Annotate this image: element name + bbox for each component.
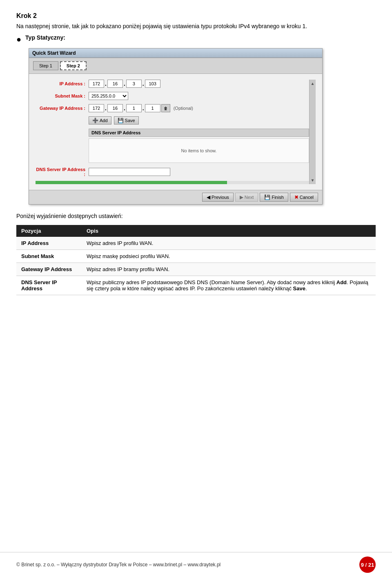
finish-button[interactable]: 💾 Finish [260,193,288,202]
previous-button[interactable]: ◀ Previous [202,193,234,202]
gw-octet-1[interactable] [89,104,104,112]
add-label: Add [100,118,108,123]
wizard-footer: ◀ Previous ▶ Next 💾 Finish ✖ Cancel [29,190,322,204]
subnet-mask-row: Subnet Mask : 255.255.0.0 255.255.255.0 … [36,92,309,100]
subnet-mask-select[interactable]: 255.255.0.0 255.255.255.0 255.0.0.0 [89,92,128,100]
desc-text: Poniżej wyjaśnienie dostępnych ustawień: [16,213,376,219]
wizard-steps: Step 1 Step 2 [29,58,322,74]
table-row: IP Address Wpisz adres IP profilu WAN. [16,237,376,250]
row-position-1: IP Address [16,237,82,250]
wizard-scrollbar: ▲ ▼ [309,80,316,184]
next-button[interactable]: ▶ Next [235,193,258,202]
dns-empty-message: No items to show. [89,138,309,163]
wizard-main: IP Address : . . . Subnet Mask : 255.255… [36,80,309,184]
wizard-progress [36,181,309,184]
bullet-item: ● Typ Statyczny: [16,34,376,44]
row-description-1: Wpisz adres IP profilu WAN. [82,237,376,250]
gw-octet-4[interactable] [145,104,160,112]
dns-input[interactable] [89,168,170,176]
page-footer: © Brinet sp. z o.o. – Wyłączny dystrybut… [0,552,392,573]
subnet-mask-label: Subnet Mask : [36,93,89,98]
ip-octet-3[interactable] [126,80,142,88]
dns-section-title: DNS Server IP Address [89,129,309,137]
step-heading: Krok 2 [16,12,376,20]
ip-octet-4[interactable] [145,80,160,88]
gateway-label: Gateway IP Address : [36,106,89,111]
wizard-progress-bar [36,181,227,184]
wizard-container: Quick Start Wizard Step 1 Step 2 IP Addr… [29,48,323,205]
finish-label: Finish [272,195,283,200]
table-row: Gateway IP Address Wpisz adres IP bramy … [16,263,376,276]
intro-text: Na następnej stronie, tak jak to pokazan… [16,23,376,29]
row-position-2: Subnet Mask [16,250,82,263]
table-header-description: Opis [82,225,376,237]
gw-octet-3[interactable] [126,104,142,112]
finish-icon: 💾 [264,194,270,200]
table-header-position: Pozycja [16,225,82,237]
gateway-row: Gateway IP Address : . . . 🗑 (Optional) [36,104,309,112]
footer-text: © Brinet sp. z o.o. – Wyłączny dystrybut… [16,562,220,568]
wizard-step-2[interactable]: Step 2 [60,61,87,70]
row-description-3: Wpisz adres IP bramy profilu WAN. [82,263,376,276]
dns-field-label: DNS Server IP Address : [36,167,89,177]
wizard-body: IP Address : . . . Subnet Mask : 255.255… [29,74,322,190]
ip-address-label: IP Address : [36,81,89,86]
cancel-icon: ✖ [294,194,298,200]
next-icon: ▶ [240,194,243,200]
ip-octet-2[interactable] [107,80,123,88]
page-number-badge: 9 / 21 [359,557,376,573]
wizard-step-1[interactable]: Step 1 [33,61,58,70]
gw-octet-2[interactable] [107,104,123,112]
bullet-label: Typ Statyczny: [25,34,65,41]
ip-address-fields: . . . [89,80,160,88]
action-buttons: ➕ Add 💾 Save [89,116,309,125]
cancel-button[interactable]: ✖ Cancel [290,193,318,202]
table-row: Subnet Mask Wpisz maskę podsieci profilu… [16,250,376,263]
add-button[interactable]: ➕ Add [89,116,111,125]
save-button[interactable]: 💾 Save [114,116,139,125]
cancel-label: Cancel [300,195,314,200]
bullet-dot: ● [16,34,21,44]
ip-octet-1[interactable] [89,80,104,88]
dns-section: DNS Server IP Address No items to show. [89,129,309,163]
table-row: DNS Server IP Address Wpisz publiczny ad… [16,276,376,295]
row-position-3: Gateway IP Address [16,263,82,276]
wizard-titlebar: Quick Start Wizard [29,49,322,58]
save-icon: 💾 [118,118,124,123]
scroll-down-arrow[interactable]: ▼ [311,177,315,183]
row-position-4: DNS Server IP Address [16,276,82,295]
next-label: Next [245,195,254,200]
settings-table: Pozycja Opis IP Address Wpisz adres IP p… [16,225,376,295]
row-description-2: Wpisz maskę podsieci profilu WAN. [82,250,376,263]
trash-button[interactable]: 🗑 [161,104,170,112]
gateway-fields: . . . 🗑 (Optional) [89,104,193,112]
row-description-4: Wpisz publiczny adres IP podstawowego DN… [82,276,376,295]
scroll-up-arrow[interactable]: ▲ [311,80,315,87]
save-label: Save [125,118,135,123]
optional-label: (Optional) [174,106,193,111]
ip-address-row: IP Address : . . . [36,80,309,88]
dns-field-row: DNS Server IP Address : [36,167,309,177]
previous-icon: ◀ [207,194,210,200]
previous-label: Previous [212,195,229,200]
add-icon: ➕ [92,118,98,123]
